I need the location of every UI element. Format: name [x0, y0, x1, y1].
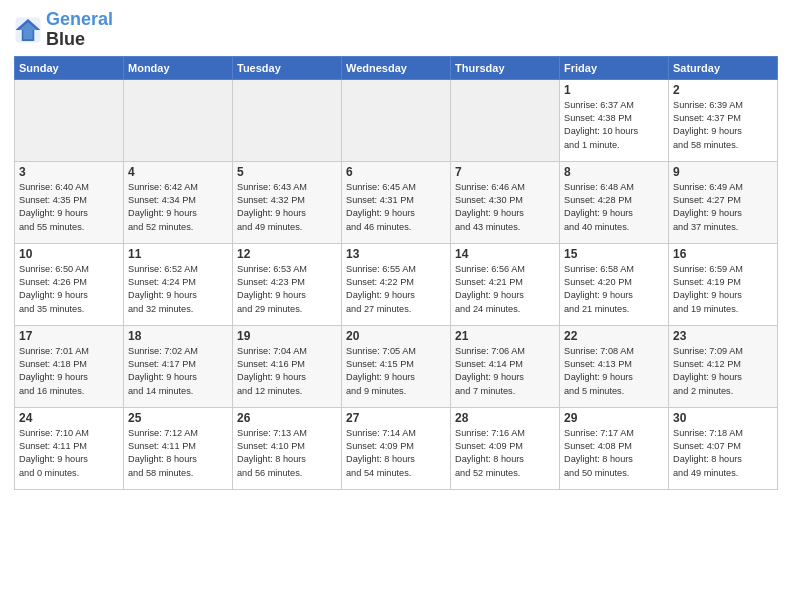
day-number: 26 [237, 411, 337, 425]
day-number: 16 [673, 247, 773, 261]
day-info: Sunrise: 6:53 AMSunset: 4:23 PMDaylight:… [237, 263, 337, 316]
calendar-cell: 23Sunrise: 7:09 AMSunset: 4:12 PMDayligh… [669, 325, 778, 407]
header: General Blue [14, 10, 778, 50]
calendar-week-5: 24Sunrise: 7:10 AMSunset: 4:11 PMDayligh… [15, 407, 778, 489]
logo: General Blue [14, 10, 113, 50]
calendar-cell [124, 79, 233, 161]
calendar-cell: 2Sunrise: 6:39 AMSunset: 4:37 PMDaylight… [669, 79, 778, 161]
calendar-cell: 3Sunrise: 6:40 AMSunset: 4:35 PMDaylight… [15, 161, 124, 243]
calendar-cell: 17Sunrise: 7:01 AMSunset: 4:18 PMDayligh… [15, 325, 124, 407]
calendar-cell: 28Sunrise: 7:16 AMSunset: 4:09 PMDayligh… [451, 407, 560, 489]
col-header-wednesday: Wednesday [342, 56, 451, 79]
day-number: 7 [455, 165, 555, 179]
page-container: General Blue SundayMondayTuesdayWednesda… [0, 0, 792, 496]
day-info: Sunrise: 6:40 AMSunset: 4:35 PMDaylight:… [19, 181, 119, 234]
col-header-thursday: Thursday [451, 56, 560, 79]
logo-text: General Blue [46, 10, 113, 50]
day-info: Sunrise: 6:43 AMSunset: 4:32 PMDaylight:… [237, 181, 337, 234]
day-info: Sunrise: 6:58 AMSunset: 4:20 PMDaylight:… [564, 263, 664, 316]
day-number: 23 [673, 329, 773, 343]
day-number: 9 [673, 165, 773, 179]
day-info: Sunrise: 6:48 AMSunset: 4:28 PMDaylight:… [564, 181, 664, 234]
day-number: 14 [455, 247, 555, 261]
calendar-cell: 7Sunrise: 6:46 AMSunset: 4:30 PMDaylight… [451, 161, 560, 243]
day-number: 5 [237, 165, 337, 179]
day-info: Sunrise: 7:18 AMSunset: 4:07 PMDaylight:… [673, 427, 773, 480]
day-info: Sunrise: 6:52 AMSunset: 4:24 PMDaylight:… [128, 263, 228, 316]
calendar-cell: 6Sunrise: 6:45 AMSunset: 4:31 PMDaylight… [342, 161, 451, 243]
day-number: 4 [128, 165, 228, 179]
day-info: Sunrise: 6:49 AMSunset: 4:27 PMDaylight:… [673, 181, 773, 234]
calendar-cell: 25Sunrise: 7:12 AMSunset: 4:11 PMDayligh… [124, 407, 233, 489]
day-info: Sunrise: 6:37 AMSunset: 4:38 PMDaylight:… [564, 99, 664, 152]
calendar-cell: 8Sunrise: 6:48 AMSunset: 4:28 PMDaylight… [560, 161, 669, 243]
day-number: 12 [237, 247, 337, 261]
calendar-table: SundayMondayTuesdayWednesdayThursdayFrid… [14, 56, 778, 490]
day-number: 21 [455, 329, 555, 343]
calendar-week-3: 10Sunrise: 6:50 AMSunset: 4:26 PMDayligh… [15, 243, 778, 325]
calendar-cell: 11Sunrise: 6:52 AMSunset: 4:24 PMDayligh… [124, 243, 233, 325]
day-number: 15 [564, 247, 664, 261]
day-number: 25 [128, 411, 228, 425]
calendar-cell: 14Sunrise: 6:56 AMSunset: 4:21 PMDayligh… [451, 243, 560, 325]
calendar-cell: 22Sunrise: 7:08 AMSunset: 4:13 PMDayligh… [560, 325, 669, 407]
col-header-sunday: Sunday [15, 56, 124, 79]
calendar-cell: 19Sunrise: 7:04 AMSunset: 4:16 PMDayligh… [233, 325, 342, 407]
calendar-cell [233, 79, 342, 161]
calendar-cell [451, 79, 560, 161]
day-number: 18 [128, 329, 228, 343]
day-info: Sunrise: 7:17 AMSunset: 4:08 PMDaylight:… [564, 427, 664, 480]
day-number: 28 [455, 411, 555, 425]
calendar-cell: 20Sunrise: 7:05 AMSunset: 4:15 PMDayligh… [342, 325, 451, 407]
day-number: 8 [564, 165, 664, 179]
calendar-cell: 26Sunrise: 7:13 AMSunset: 4:10 PMDayligh… [233, 407, 342, 489]
day-number: 19 [237, 329, 337, 343]
day-number: 1 [564, 83, 664, 97]
day-info: Sunrise: 7:10 AMSunset: 4:11 PMDaylight:… [19, 427, 119, 480]
calendar-cell: 18Sunrise: 7:02 AMSunset: 4:17 PMDayligh… [124, 325, 233, 407]
day-number: 13 [346, 247, 446, 261]
day-number: 20 [346, 329, 446, 343]
logo-icon [14, 16, 42, 44]
calendar-cell: 12Sunrise: 6:53 AMSunset: 4:23 PMDayligh… [233, 243, 342, 325]
calendar-cell: 21Sunrise: 7:06 AMSunset: 4:14 PMDayligh… [451, 325, 560, 407]
day-info: Sunrise: 6:46 AMSunset: 4:30 PMDaylight:… [455, 181, 555, 234]
day-info: Sunrise: 7:01 AMSunset: 4:18 PMDaylight:… [19, 345, 119, 398]
day-number: 6 [346, 165, 446, 179]
day-info: Sunrise: 7:09 AMSunset: 4:12 PMDaylight:… [673, 345, 773, 398]
day-info: Sunrise: 6:59 AMSunset: 4:19 PMDaylight:… [673, 263, 773, 316]
day-number: 30 [673, 411, 773, 425]
col-header-saturday: Saturday [669, 56, 778, 79]
col-header-tuesday: Tuesday [233, 56, 342, 79]
col-header-friday: Friday [560, 56, 669, 79]
calendar-cell [342, 79, 451, 161]
day-info: Sunrise: 6:42 AMSunset: 4:34 PMDaylight:… [128, 181, 228, 234]
day-number: 10 [19, 247, 119, 261]
calendar-cell: 27Sunrise: 7:14 AMSunset: 4:09 PMDayligh… [342, 407, 451, 489]
day-info: Sunrise: 7:04 AMSunset: 4:16 PMDaylight:… [237, 345, 337, 398]
day-info: Sunrise: 6:50 AMSunset: 4:26 PMDaylight:… [19, 263, 119, 316]
calendar-cell: 24Sunrise: 7:10 AMSunset: 4:11 PMDayligh… [15, 407, 124, 489]
day-info: Sunrise: 6:39 AMSunset: 4:37 PMDaylight:… [673, 99, 773, 152]
calendar-cell: 13Sunrise: 6:55 AMSunset: 4:22 PMDayligh… [342, 243, 451, 325]
day-number: 22 [564, 329, 664, 343]
calendar-header-row: SundayMondayTuesdayWednesdayThursdayFrid… [15, 56, 778, 79]
col-header-monday: Monday [124, 56, 233, 79]
calendar-cell: 30Sunrise: 7:18 AMSunset: 4:07 PMDayligh… [669, 407, 778, 489]
day-info: Sunrise: 7:06 AMSunset: 4:14 PMDaylight:… [455, 345, 555, 398]
day-number: 24 [19, 411, 119, 425]
day-number: 11 [128, 247, 228, 261]
day-number: 2 [673, 83, 773, 97]
day-info: Sunrise: 6:45 AMSunset: 4:31 PMDaylight:… [346, 181, 446, 234]
calendar-cell: 16Sunrise: 6:59 AMSunset: 4:19 PMDayligh… [669, 243, 778, 325]
day-info: Sunrise: 7:13 AMSunset: 4:10 PMDaylight:… [237, 427, 337, 480]
calendar-cell: 15Sunrise: 6:58 AMSunset: 4:20 PMDayligh… [560, 243, 669, 325]
calendar-cell: 9Sunrise: 6:49 AMSunset: 4:27 PMDaylight… [669, 161, 778, 243]
day-info: Sunrise: 7:08 AMSunset: 4:13 PMDaylight:… [564, 345, 664, 398]
day-info: Sunrise: 7:16 AMSunset: 4:09 PMDaylight:… [455, 427, 555, 480]
day-info: Sunrise: 7:12 AMSunset: 4:11 PMDaylight:… [128, 427, 228, 480]
day-number: 3 [19, 165, 119, 179]
calendar-cell: 5Sunrise: 6:43 AMSunset: 4:32 PMDaylight… [233, 161, 342, 243]
day-info: Sunrise: 7:02 AMSunset: 4:17 PMDaylight:… [128, 345, 228, 398]
day-info: Sunrise: 7:05 AMSunset: 4:15 PMDaylight:… [346, 345, 446, 398]
